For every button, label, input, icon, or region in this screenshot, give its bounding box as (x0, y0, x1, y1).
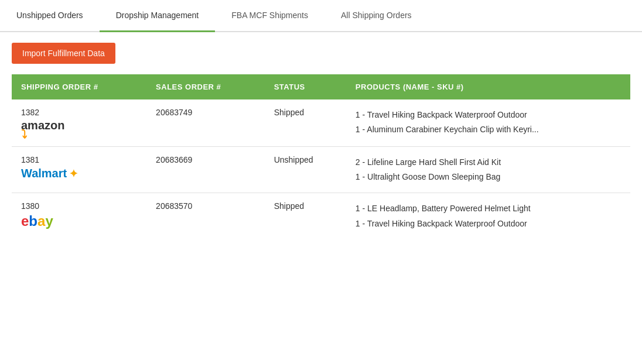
brand-walmart: Walmart✦ (21, 167, 137, 180)
shipping-order-cell: 1382amazon⤵ (12, 99, 146, 147)
tab-unshipped-orders[interactable]: Unshipped Orders (0, 0, 100, 32)
table-row: 1381Walmart✦20683669Unshipped2 - Lifelin… (12, 147, 630, 193)
product-item: 2 - Lifeline Large Hard Shell First Aid … (356, 155, 621, 170)
table-row: 1380ebay20683570Shipped1 - LE Headlamp, … (12, 193, 630, 239)
status-cell: Shipped (265, 99, 346, 147)
shipping-order-cell: 1380ebay (12, 193, 146, 239)
products-cell: 1 - LE Headlamp, Battery Powered Helmet … (346, 193, 630, 239)
amazon-arrow-icon: ⤵ (21, 131, 27, 138)
shipping-order-number: 1381 (21, 155, 137, 164)
product-item: 1 - Travel Hiking Backpack Waterproof Ou… (356, 108, 621, 122)
shipping-order-number: 1380 (21, 201, 137, 211)
toolbar: Import Fulfillment Data (0, 32, 642, 74)
table-header: SHIPPING ORDER # (12, 74, 146, 99)
table-header: STATUS (265, 74, 346, 99)
status-cell: Shipped (265, 193, 346, 239)
table-header: SALES ORDER # (146, 74, 265, 99)
products-cell: 1 - Travel Hiking Backpack Waterproof Ou… (346, 99, 630, 147)
walmart-star-icon: ✦ (69, 167, 78, 180)
sales-order-cell: 20683570 (146, 193, 265, 239)
brand-ebay: ebay (21, 213, 137, 229)
orders-table-container: SHIPPING ORDER #SALES ORDER #STATUSPRODU… (12, 74, 630, 239)
tab-all-shipping-orders[interactable]: All Shipping Orders (325, 0, 428, 32)
shipping-order-cell: 1381Walmart✦ (12, 147, 146, 193)
table-header: PRODUCTS (NAME - SKU #) (346, 74, 630, 99)
tab-dropship-management[interactable]: Dropship Management (100, 0, 216, 32)
product-item: 1 - Ultralight Goose Down Sleeping Bag (356, 170, 621, 184)
product-item: 1 - Aluminum Carabiner Keychain Clip wit… (356, 122, 621, 137)
sales-order-cell: 20683749 (146, 99, 265, 147)
tab-fba-mcf-shipments[interactable]: FBA MCF Shipments (215, 0, 325, 32)
table-row: 1382amazon⤵20683749Shipped1 - Travel Hik… (12, 99, 630, 147)
shipping-order-number: 1382 (21, 108, 137, 117)
brand-amazon: amazon⤵ (21, 119, 137, 138)
import-fulfillment-button[interactable]: Import Fulfillment Data (12, 43, 115, 64)
orders-table: SHIPPING ORDER #SALES ORDER #STATUSPRODU… (12, 74, 630, 239)
products-cell: 2 - Lifeline Large Hard Shell First Aid … (346, 147, 630, 193)
table-header-row: SHIPPING ORDER #SALES ORDER #STATUSPRODU… (12, 74, 630, 99)
product-item: 1 - Travel Hiking Backpack Waterproof Ou… (356, 217, 621, 231)
status-cell: Unshipped (265, 147, 346, 193)
tab-bar: Unshipped OrdersDropship ManagementFBA M… (0, 0, 642, 32)
product-item: 1 - LE Headlamp, Battery Powered Helmet … (356, 201, 621, 216)
sales-order-cell: 20683669 (146, 147, 265, 193)
